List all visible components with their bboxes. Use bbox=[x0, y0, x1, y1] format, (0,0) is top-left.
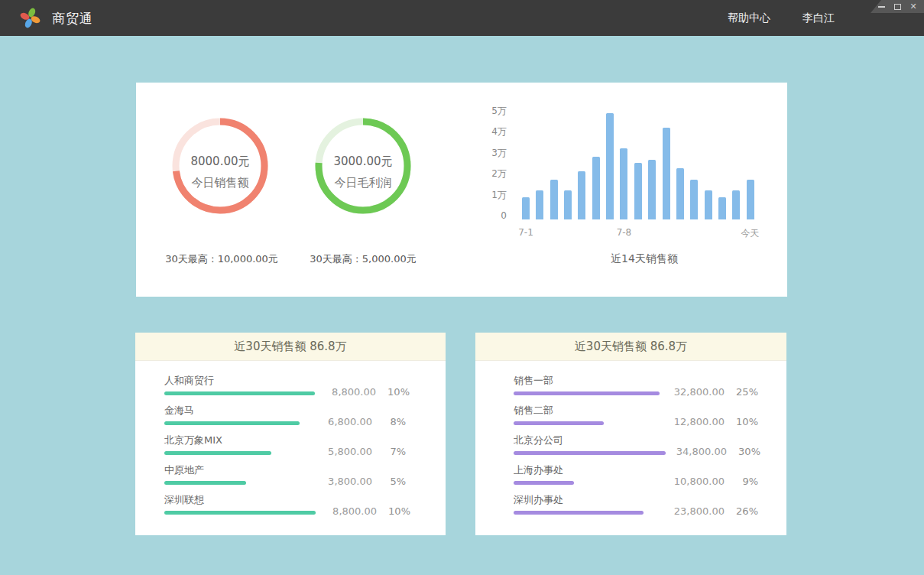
list-item: 北京分公司34,800.0030% bbox=[514, 425, 758, 455]
help-center-link[interactable]: 帮助中心 bbox=[728, 11, 770, 25]
today-profit-30d-max: 30天最高：5,000.00元 bbox=[264, 252, 462, 266]
daily-sales-bar bbox=[522, 197, 530, 219]
x-axis-tick: 7-8 bbox=[617, 227, 632, 238]
item-bar bbox=[514, 421, 604, 425]
daily-sales-bar bbox=[620, 148, 627, 220]
daily-sales-bar bbox=[634, 163, 642, 219]
summary-card: 8000.00元 今日销售额 30天最高：10,000.00元 3000.00元… bbox=[136, 83, 787, 297]
item-value: 10,800.00 bbox=[663, 476, 725, 488]
daily-sales-bar bbox=[705, 190, 712, 220]
card-body: 人和商贸行8,800.0010%金海马6,800.008%北京万象MIX5,80… bbox=[135, 361, 446, 515]
x-axis-tick: 7-1 bbox=[518, 227, 533, 238]
daily-sales-bar bbox=[676, 168, 684, 219]
bar-chart-title: 近14天销售额 bbox=[522, 252, 767, 266]
item-percent: 7% bbox=[372, 446, 406, 458]
y-axis-tick: 4万 bbox=[457, 126, 507, 137]
item-label: 上海办事处 bbox=[514, 464, 574, 476]
item-value: 23,800.00 bbox=[663, 505, 725, 518]
y-axis-tick: 3万 bbox=[457, 148, 507, 158]
card-title: 近30天销售额 86.8万 bbox=[575, 339, 687, 354]
item-bar bbox=[514, 511, 644, 515]
item-percent: 8% bbox=[372, 416, 406, 428]
donut-chart-today-sales: 8000.00元 今日销售额 bbox=[167, 112, 274, 219]
list-item: 中原地产3,800.005% bbox=[164, 455, 406, 485]
daily-sales-bar bbox=[718, 197, 726, 219]
bar-chart-x-axis: 7-17-8今天 bbox=[522, 227, 767, 239]
today-profit-title: 今日毛利润 bbox=[310, 176, 417, 190]
item-bar bbox=[514, 451, 666, 455]
titlebar: 商贸通 帮助中心 李白江 ✕ bbox=[0, 0, 924, 36]
item-percent: 10% bbox=[725, 416, 758, 428]
top-customers-card: 近30天销售额 86.8万 人和商贸行8,800.0010%金海马6,800.0… bbox=[135, 333, 446, 535]
today-profit-value: 3000.00元 bbox=[310, 154, 417, 169]
daily-sales-bar bbox=[663, 128, 670, 219]
top-departments-card: 近30天销售额 86.8万 销售一部32,800.0025%销售二部12,800… bbox=[475, 333, 786, 535]
item-bar bbox=[164, 451, 271, 455]
item-bar bbox=[514, 481, 574, 485]
item-percent: 26% bbox=[725, 505, 758, 518]
item-value: 8,800.00 bbox=[316, 505, 377, 518]
card-body: 销售一部32,800.0025%销售二部12,800.0010%北京分公司34,… bbox=[475, 361, 786, 515]
daily-sales-bar bbox=[536, 190, 543, 220]
maximize-icon[interactable] bbox=[893, 2, 902, 11]
user-name-link[interactable]: 李白江 bbox=[802, 11, 835, 25]
close-icon[interactable]: ✕ bbox=[909, 2, 918, 11]
x-axis-tick: 今天 bbox=[741, 227, 760, 240]
list-item: 销售二部12,800.0010% bbox=[514, 395, 758, 425]
item-value: 5,800.00 bbox=[311, 446, 372, 458]
donut-center-text: 8000.00元 今日销售额 bbox=[167, 154, 274, 190]
daily-sales-bar bbox=[732, 190, 740, 220]
item-label: 人和商贸行 bbox=[164, 375, 315, 387]
y-axis-tick: 0 bbox=[457, 210, 507, 221]
item-label: 深圳联想 bbox=[164, 494, 316, 506]
app-logo-pinwheel-icon bbox=[20, 8, 41, 28]
item-percent: 30% bbox=[727, 446, 760, 458]
item-bar bbox=[164, 511, 316, 515]
item-label: 销售一部 bbox=[514, 375, 660, 387]
item-value: 6,800.00 bbox=[311, 416, 372, 428]
donut-center-text: 3000.00元 今日毛利润 bbox=[310, 154, 417, 190]
list-item: 人和商贸行8,800.0010% bbox=[164, 365, 406, 395]
item-bar bbox=[164, 421, 300, 425]
list-item: 深圳联想8,800.0010% bbox=[164, 485, 406, 515]
item-bar bbox=[164, 391, 315, 395]
window-controls: ✕ bbox=[871, 0, 924, 13]
item-percent: 10% bbox=[376, 386, 410, 398]
today-sales-value: 8000.00元 bbox=[167, 154, 274, 169]
today-sales-title: 今日销售额 bbox=[167, 176, 274, 190]
bar-chart-y-axis: 5万4万3万2万1万0 bbox=[457, 83, 507, 236]
item-value: 34,800.00 bbox=[666, 446, 727, 458]
daily-sales-bar bbox=[690, 180, 698, 219]
app-title: 商贸通 bbox=[52, 10, 93, 28]
y-axis-tick: 1万 bbox=[457, 190, 507, 200]
item-bar bbox=[164, 481, 246, 485]
list-item: 销售一部32,800.0025% bbox=[514, 365, 758, 395]
item-label: 深圳办事处 bbox=[514, 494, 644, 506]
item-label: 北京分公司 bbox=[514, 434, 666, 447]
list-item: 金海马6,800.008% bbox=[164, 395, 406, 425]
item-value: 12,800.00 bbox=[663, 416, 725, 428]
item-value: 3,800.00 bbox=[311, 476, 372, 488]
item-label: 中原地产 bbox=[164, 464, 246, 476]
daily-sales-bar bbox=[648, 160, 656, 219]
daily-sales-bar bbox=[606, 113, 614, 219]
list-item: 上海办事处10,800.009% bbox=[514, 455, 758, 485]
item-percent: 9% bbox=[725, 476, 758, 488]
y-axis-tick: 2万 bbox=[457, 168, 507, 179]
item-value: 8,800.00 bbox=[315, 386, 376, 398]
daily-sales-bar bbox=[578, 171, 585, 219]
minimize-icon[interactable] bbox=[877, 2, 886, 11]
card-header: 近30天销售额 86.8万 bbox=[475, 333, 786, 361]
donut-chart-today-profit: 3000.00元 今日毛利润 bbox=[310, 112, 417, 219]
item-percent: 5% bbox=[372, 476, 406, 488]
daily-sales-bar bbox=[592, 157, 600, 220]
daily-sales-bar bbox=[550, 180, 558, 219]
item-label: 北京万象MIX bbox=[164, 434, 271, 447]
daily-sales-bar bbox=[747, 180, 754, 219]
item-percent: 10% bbox=[377, 505, 410, 518]
item-percent: 25% bbox=[725, 386, 758, 398]
daily-sales-bar bbox=[564, 190, 572, 220]
titlebar-menu: 帮助中心 李白江 bbox=[728, 11, 835, 25]
item-value: 32,800.00 bbox=[663, 386, 725, 398]
list-item: 北京万象MIX5,800.007% bbox=[164, 425, 406, 455]
